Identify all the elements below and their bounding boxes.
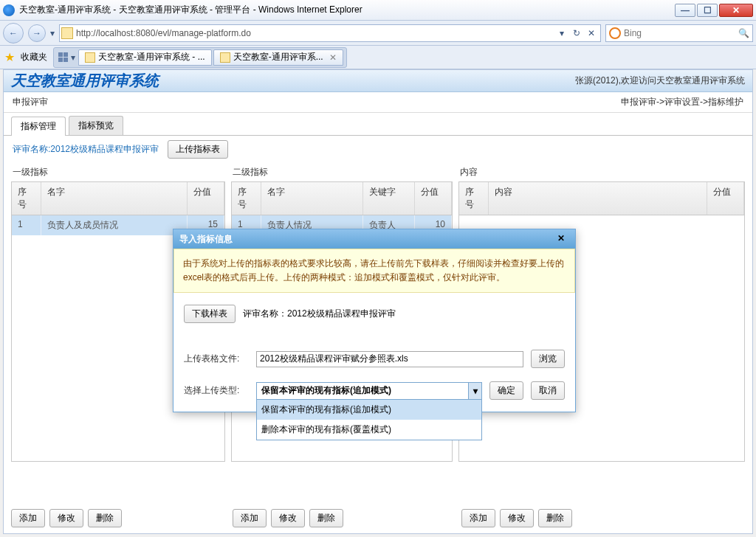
grid-header: 序号 名字 分值 bbox=[12, 182, 224, 215]
modal-notice: 由于系统对上传的指标表的格式要求比较高，请在上传前先下载样表，仔细阅读并检查好要… bbox=[173, 249, 575, 293]
add-button[interactable]: 添加 bbox=[233, 509, 267, 527]
address-bar[interactable]: ▾ ↻ ✕ bbox=[59, 24, 601, 42]
panel-title: 一级指标 bbox=[11, 163, 225, 181]
search-box[interactable]: 🔍 bbox=[605, 24, 753, 42]
browser-navbar: ← → ▾ ▾ ↻ ✕ 🔍 bbox=[0, 21, 756, 46]
cell-no: 1 bbox=[12, 215, 41, 235]
eval-name-label: 评审名称：2012校级精品课程申报评审 bbox=[243, 308, 396, 320]
minimize-button[interactable]: ― bbox=[675, 4, 695, 17]
favorites-bar: ★ 收藏夹 ▾ 天空教室-通用评审系统 - ... 天空教室-通用评审系... … bbox=[0, 46, 756, 69]
url-dropdown-icon[interactable]: ▾ bbox=[554, 26, 569, 41]
ok-button[interactable]: 确定 bbox=[489, 381, 523, 400]
delete-button[interactable]: 删除 bbox=[538, 509, 572, 527]
upload-type-select[interactable]: 保留本评审的现有指标(追加模式) ▾ 保留本评审的现有指标(追加模式) 删除本评… bbox=[256, 382, 482, 400]
browser-tab-2[interactable]: 天空教室-通用评审系... ✕ bbox=[213, 49, 343, 66]
col-name: 内容 bbox=[489, 182, 707, 215]
add-button[interactable]: 添加 bbox=[461, 509, 495, 527]
btnrow-1: 添加 修改 删除 bbox=[4, 503, 129, 533]
system-banner: 天空教室通用评审系统 张源(2012),欢迎访问天空教室通用评审系统 bbox=[4, 70, 752, 92]
dropdown-arrow-icon[interactable]: ▾ bbox=[50, 28, 55, 38]
modal-close-icon[interactable]: ✕ bbox=[557, 233, 569, 245]
panel-title: 二级指标 bbox=[231, 163, 453, 181]
option-overwrite[interactable]: 删除本评审的现有指标(覆盖模式) bbox=[257, 420, 481, 440]
grid-header: 序号 名字 关键字 分值 bbox=[232, 182, 452, 215]
col-no: 序号 bbox=[232, 182, 261, 215]
system-name: 天空教室通用评审系统 bbox=[11, 71, 159, 91]
tab-label: 天空教室-通用评审系统 - ... bbox=[98, 51, 205, 63]
cell-name: 负责人及成员情况 bbox=[41, 215, 188, 235]
window-close-button[interactable]: ✕ bbox=[719, 4, 753, 17]
page-icon bbox=[220, 52, 230, 63]
modal-titlebar: 导入指标信息 ✕ bbox=[173, 229, 575, 249]
select-options: 保留本评审的现有指标(追加模式) 删除本评审的现有指标(覆盖模式) bbox=[256, 400, 482, 440]
breadcrumb: 申报评审 申报评审->评审设置->指标维护 bbox=[4, 92, 752, 113]
page-icon bbox=[61, 27, 73, 39]
window-titlebar: 天空教室-通用评审系统 - 天空教室通用评审系统 - 管理平台 - Window… bbox=[0, 0, 756, 21]
toolbar: 评审名称:2012校级精品课程申报评审 上传指标表 bbox=[4, 136, 752, 163]
col-no: 序号 bbox=[12, 182, 41, 215]
bing-icon bbox=[609, 27, 621, 39]
welcome-text: 张源(2012),欢迎访问天空教室通用评审系统 bbox=[575, 75, 745, 87]
tab-label: 天空教室-通用评审系... bbox=[233, 51, 323, 63]
delete-button[interactable]: 删除 bbox=[88, 509, 122, 527]
favorites-label: 收藏夹 bbox=[21, 51, 47, 63]
window-title: 天空教室-通用评审系统 - 天空教室通用评审系统 - 管理平台 - Window… bbox=[19, 4, 675, 16]
col-kw: 关键字 bbox=[363, 182, 415, 215]
app-window: 天空教室-通用评审系统 - 天空教室通用评审系统 - 管理平台 - Window… bbox=[0, 0, 756, 537]
tab-index-preview[interactable]: 指标预览 bbox=[69, 116, 123, 135]
tab-index-manage[interactable]: 指标管理 bbox=[11, 117, 66, 136]
col-val: 分值 bbox=[188, 182, 224, 215]
browser-tab-1[interactable]: 天空教室-通用评审系统 - ... bbox=[78, 49, 212, 66]
browse-button[interactable]: 浏览 bbox=[531, 350, 565, 368]
file-input[interactable] bbox=[256, 351, 523, 367]
sub-tabs: 指标管理 指标预览 bbox=[4, 113, 752, 136]
download-sample-button[interactable]: 下载样表 bbox=[184, 305, 236, 323]
edit-button[interactable]: 修改 bbox=[49, 509, 83, 527]
col-name: 名字 bbox=[261, 182, 363, 215]
chevron-down-icon[interactable]: ▾ bbox=[468, 383, 481, 399]
edit-button[interactable]: 修改 bbox=[271, 509, 305, 527]
select-value: 保留本评审的现有指标(追加模式) bbox=[261, 384, 391, 397]
col-val: 分值 bbox=[707, 182, 744, 215]
upload-index-button[interactable]: 上传指标表 bbox=[168, 140, 228, 159]
url-input[interactable] bbox=[76, 28, 554, 38]
eval-name-label: 评审名称:2012校级精品课程申报评审 bbox=[13, 143, 159, 156]
panel-title: 内容 bbox=[458, 163, 745, 181]
star-icon[interactable]: ★ bbox=[4, 50, 15, 64]
search-icon[interactable]: 🔍 bbox=[738, 28, 749, 38]
stop-icon[interactable]: ✕ bbox=[584, 26, 599, 41]
ie-icon bbox=[3, 4, 15, 16]
crumb-left: 申报评审 bbox=[13, 96, 48, 108]
tabs-group: ▾ 天空教室-通用评审系统 - ... 天空教室-通用评审系... ✕ bbox=[53, 47, 347, 68]
back-button[interactable]: ← bbox=[3, 23, 24, 44]
edit-button[interactable]: 修改 bbox=[500, 509, 534, 527]
cancel-button[interactable]: 取消 bbox=[531, 381, 565, 400]
tab-close-icon[interactable]: ✕ bbox=[329, 52, 337, 63]
btnrow-3: 添加 修改 删除 bbox=[454, 503, 580, 533]
col-val: 分值 bbox=[415, 182, 452, 215]
refresh-icon[interactable]: ↻ bbox=[569, 26, 584, 41]
modal-title: 导入指标信息 bbox=[179, 233, 233, 246]
page-icon bbox=[85, 52, 95, 63]
type-label: 选择上传类型: bbox=[184, 384, 249, 397]
add-button[interactable]: 添加 bbox=[11, 509, 45, 527]
col-name: 名字 bbox=[41, 182, 188, 215]
modal-body: 下载样表 评审名称：2012校级精品课程申报评审 上传表格文件: 浏览 选择上传… bbox=[173, 293, 575, 412]
import-modal: 导入指标信息 ✕ 由于系统对上传的指标表的格式要求比较高，请在上传前先下载样表，… bbox=[173, 229, 576, 412]
forward-button[interactable]: → bbox=[28, 24, 46, 42]
tab-dropdown-icon[interactable]: ▾ bbox=[71, 52, 75, 63]
crumb-right: 申报评审->评审设置->指标维护 bbox=[621, 96, 743, 108]
btnrow-2: 添加 修改 删除 bbox=[225, 503, 351, 533]
search-input[interactable] bbox=[624, 28, 738, 38]
option-append[interactable]: 保留本评审的现有指标(追加模式) bbox=[257, 400, 481, 420]
file-label: 上传表格文件: bbox=[184, 353, 249, 365]
delete-button[interactable]: 删除 bbox=[309, 509, 343, 527]
quicktabs-icon[interactable] bbox=[58, 52, 68, 62]
maximize-button[interactable]: ☐ bbox=[697, 4, 718, 17]
col-no: 序号 bbox=[459, 182, 489, 215]
grid-header: 序号 内容 分值 bbox=[459, 182, 744, 215]
